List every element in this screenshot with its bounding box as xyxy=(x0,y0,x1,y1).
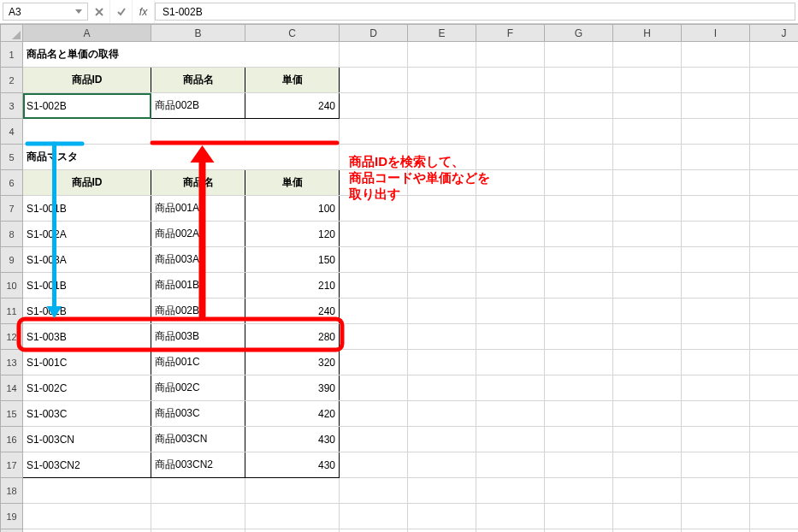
cell-G2[interactable] xyxy=(545,68,613,93)
cell-A5[interactable]: 商品マスタ xyxy=(23,145,340,170)
cell-F19[interactable] xyxy=(476,504,545,529)
row-header-20[interactable]: 20 xyxy=(1,529,23,533)
cell-I15[interactable] xyxy=(682,401,750,427)
cell-H1[interactable] xyxy=(613,42,682,68)
cell-G20[interactable] xyxy=(545,529,613,533)
cell-I3[interactable] xyxy=(682,93,750,119)
cell-E7[interactable] xyxy=(408,196,476,222)
cell-G5[interactable] xyxy=(545,145,613,170)
cell-B13[interactable]: 商品001C xyxy=(151,350,245,375)
cell-G17[interactable] xyxy=(545,452,613,478)
cell-C11[interactable]: 240 xyxy=(245,299,340,324)
row-header-11[interactable]: 11 xyxy=(1,299,23,324)
cell-I1[interactable] xyxy=(682,42,750,68)
row-header-19[interactable]: 19 xyxy=(1,504,23,529)
cell-E3[interactable] xyxy=(408,93,476,119)
cell-F12[interactable] xyxy=(476,324,545,350)
cell-F16[interactable] xyxy=(476,427,545,452)
cell-E5[interactable] xyxy=(408,145,476,170)
cell-I6[interactable] xyxy=(682,170,750,196)
cell-J4[interactable] xyxy=(750,119,799,145)
cell-F10[interactable] xyxy=(476,273,545,299)
cell-A12[interactable]: S1-003B xyxy=(23,324,151,350)
cell-H20[interactable] xyxy=(613,529,682,533)
cell-J12[interactable] xyxy=(750,324,799,350)
cell-I8[interactable] xyxy=(682,222,750,247)
cell-F6[interactable] xyxy=(476,170,545,196)
cell-D1[interactable] xyxy=(340,42,408,68)
cell-J15[interactable] xyxy=(750,401,799,427)
cell-A7[interactable]: S1-001B xyxy=(23,196,151,222)
cell-C6[interactable]: 単価 xyxy=(245,170,340,196)
cell-E15[interactable] xyxy=(408,401,476,427)
cell-H17[interactable] xyxy=(613,452,682,478)
row-header-4[interactable]: 4 xyxy=(1,119,23,145)
cell-F18[interactable] xyxy=(476,478,545,504)
cell-A1[interactable]: 商品名と単価の取得 xyxy=(23,42,340,68)
cell-F14[interactable] xyxy=(476,375,545,401)
cell-A6[interactable]: 商品ID xyxy=(23,170,151,196)
cell-B20[interactable] xyxy=(151,529,245,533)
cell-D11[interactable] xyxy=(340,299,408,324)
cell-B18[interactable] xyxy=(151,478,245,504)
cell-G7[interactable] xyxy=(545,196,613,222)
formula-input[interactable]: S1-002B xyxy=(155,3,795,21)
cell-C2[interactable]: 単価 xyxy=(245,68,340,93)
chevron-down-icon[interactable] xyxy=(75,9,82,14)
col-header-B[interactable]: B xyxy=(151,25,245,42)
cell-A16[interactable]: S1-003CN xyxy=(23,427,151,452)
cell-H6[interactable] xyxy=(613,170,682,196)
cell-I2[interactable] xyxy=(682,68,750,93)
cell-B14[interactable]: 商品002C xyxy=(151,375,245,401)
cell-I5[interactable] xyxy=(682,145,750,170)
cell-D13[interactable] xyxy=(340,350,408,375)
cell-I12[interactable] xyxy=(682,324,750,350)
cell-I4[interactable] xyxy=(682,119,750,145)
cell-D10[interactable] xyxy=(340,273,408,299)
row-header-8[interactable]: 8 xyxy=(1,222,23,247)
cell-J8[interactable] xyxy=(750,222,799,247)
cell-E9[interactable] xyxy=(408,247,476,273)
cell-H8[interactable] xyxy=(613,222,682,247)
cell-I13[interactable] xyxy=(682,350,750,375)
cell-F4[interactable] xyxy=(476,119,545,145)
cell-D14[interactable] xyxy=(340,375,408,401)
cell-E13[interactable] xyxy=(408,350,476,375)
cell-G3[interactable] xyxy=(545,93,613,119)
row-header-12[interactable]: 12 xyxy=(1,324,23,350)
row-header-2[interactable]: 2 xyxy=(1,68,23,93)
cell-H13[interactable] xyxy=(613,350,682,375)
cell-G14[interactable] xyxy=(545,375,613,401)
cell-A8[interactable]: S1-002A xyxy=(23,222,151,247)
cell-G16[interactable] xyxy=(545,427,613,452)
cell-J5[interactable] xyxy=(750,145,799,170)
cell-H5[interactable] xyxy=(613,145,682,170)
cell-C12[interactable]: 280 xyxy=(245,324,340,350)
cell-B6[interactable]: 商品名 xyxy=(151,170,245,196)
col-header-C[interactable]: C xyxy=(245,25,340,42)
cell-E18[interactable] xyxy=(408,478,476,504)
cell-A2[interactable]: 商品ID xyxy=(23,68,151,93)
cell-I10[interactable] xyxy=(682,273,750,299)
cell-C17[interactable]: 430 xyxy=(245,452,340,478)
cell-J17[interactable] xyxy=(750,452,799,478)
cell-H11[interactable] xyxy=(613,299,682,324)
cell-H4[interactable] xyxy=(613,119,682,145)
cell-G13[interactable] xyxy=(545,350,613,375)
cell-H7[interactable] xyxy=(613,196,682,222)
cell-G11[interactable] xyxy=(545,299,613,324)
cell-D12[interactable] xyxy=(340,324,408,350)
row-header-9[interactable]: 9 xyxy=(1,247,23,273)
cell-F9[interactable] xyxy=(476,247,545,273)
col-header-J[interactable]: J xyxy=(750,25,799,42)
row-header-18[interactable]: 18 xyxy=(1,478,23,504)
cell-D6[interactable] xyxy=(340,170,408,196)
cell-B16[interactable]: 商品003CN xyxy=(151,427,245,452)
cell-H19[interactable] xyxy=(613,504,682,529)
cell-I16[interactable] xyxy=(682,427,750,452)
cell-C3[interactable]: 240 xyxy=(245,93,340,119)
cell-C9[interactable]: 150 xyxy=(245,247,340,273)
col-header-F[interactable]: F xyxy=(476,25,545,42)
col-header-A[interactable]: A xyxy=(23,25,151,42)
cell-C18[interactable] xyxy=(245,478,340,504)
